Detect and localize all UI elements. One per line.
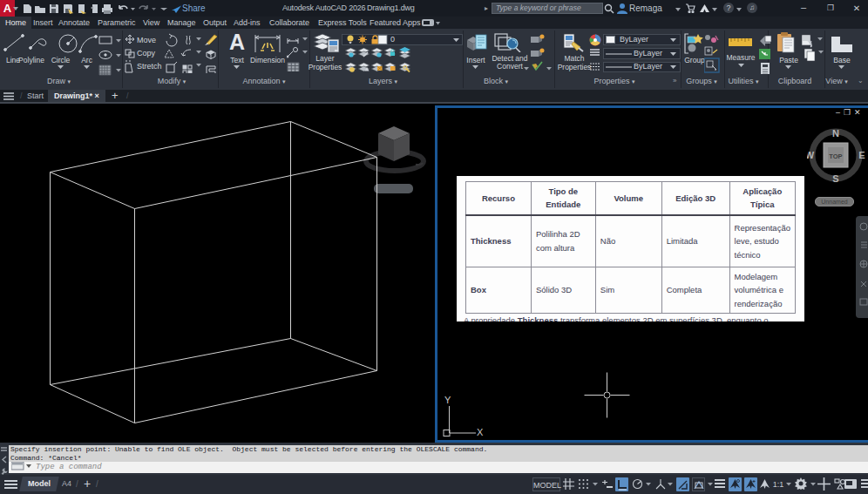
svg-text:S: S (832, 173, 838, 184)
svg-text:E: E (858, 150, 865, 160)
svg-text:W: W (807, 150, 815, 160)
svg-text:N: N (832, 128, 839, 139)
svg-text:Y: Y (444, 395, 451, 405)
svg-text:X: X (477, 427, 484, 437)
svg-text:TOP: TOP (829, 152, 842, 160)
